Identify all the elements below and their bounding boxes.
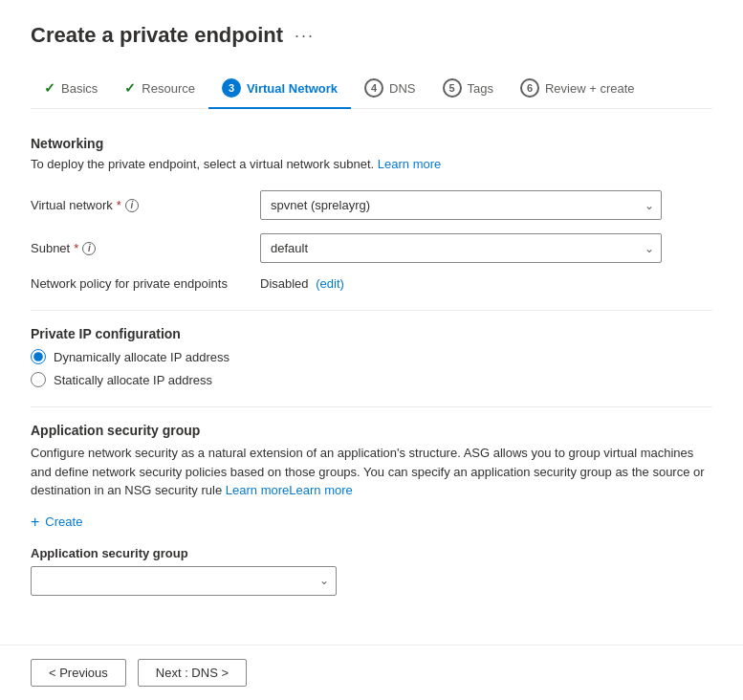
- ip-config-title: Private IP configuration: [31, 326, 712, 341]
- radio-dynamic-label: Dynamically allocate IP address: [54, 350, 229, 364]
- required-star-subnet: *: [74, 241, 78, 255]
- checkmark-icon: ✓: [44, 80, 55, 96]
- subnet-info-icon[interactable]: i: [82, 242, 96, 255]
- step-circle-6: 6: [520, 78, 539, 98]
- step-circle-3: 3: [222, 78, 241, 98]
- subnet-label: Subnet * i: [31, 241, 260, 255]
- step-dns-label: DNS: [389, 81, 415, 96]
- asg-group-label: Application security group: [31, 546, 712, 560]
- networking-section-desc: To deploy the private endpoint, select a…: [31, 157, 712, 171]
- checkmark-icon: ✓: [124, 80, 136, 96]
- step-tags[interactable]: 5 Tags: [429, 71, 507, 109]
- ip-config-section: Private IP configuration Dynamically all…: [31, 326, 712, 387]
- step-resource-label: Resource: [142, 81, 195, 96]
- step-basics[interactable]: ✓ Basics: [31, 73, 111, 107]
- divider-1: [31, 310, 712, 311]
- radio-dynamic-input[interactable]: [31, 349, 46, 364]
- asg-section: Application security group Configure net…: [31, 423, 712, 596]
- virtual-network-label: Virtual network * i: [31, 198, 260, 212]
- divider-2: [31, 406, 712, 407]
- radio-dynamic[interactable]: Dynamically allocate IP address: [31, 349, 712, 364]
- radio-static[interactable]: Statically allocate IP address: [31, 372, 712, 387]
- step-resource[interactable]: ✓ Resource: [111, 73, 208, 107]
- asg-learn-more-link2[interactable]: Learn more: [289, 483, 352, 497]
- step-tags-label: Tags: [468, 81, 493, 96]
- previous-button[interactable]: < Previous: [31, 659, 126, 687]
- wizard-steps: ✓ Basics ✓ Resource 3 Virtual Network 4 …: [31, 71, 712, 109]
- networking-section-title: Networking: [31, 136, 712, 151]
- subnet-dropdown[interactable]: default: [260, 233, 662, 263]
- subnet-row: Subnet * i default ⌄: [31, 233, 712, 263]
- step-circle-5: 5: [443, 78, 462, 98]
- virtual-network-info-icon[interactable]: i: [125, 199, 139, 212]
- network-policy-edit-link[interactable]: (edit): [316, 276, 344, 291]
- step-dns[interactable]: 4 DNS: [351, 71, 428, 109]
- network-policy-value: Disabled (edit): [260, 276, 344, 291]
- networking-learn-more-link[interactable]: Learn more: [378, 157, 441, 171]
- plus-icon: +: [31, 514, 39, 531]
- step-review-create[interactable]: 6 Review + create: [507, 71, 648, 109]
- asg-description: Configure network security as a natural …: [31, 444, 712, 500]
- step-basics-label: Basics: [61, 81, 98, 96]
- next-button[interactable]: Next : DNS >: [138, 659, 247, 687]
- network-policy-label: Network policy for private endpoints: [31, 276, 260, 291]
- step-virtual-network[interactable]: 3 Virtual Network: [208, 71, 351, 109]
- asg-learn-more-link[interactable]: Learn more: [226, 483, 289, 497]
- radio-static-label: Statically allocate IP address: [54, 373, 212, 387]
- step-virtual-network-label: Virtual Network: [247, 81, 338, 96]
- ip-config-radio-group: Dynamically allocate IP address Statical…: [31, 349, 712, 387]
- ellipsis-menu-button[interactable]: ···: [295, 26, 315, 46]
- step-circle-4: 4: [364, 78, 383, 98]
- radio-static-input[interactable]: [31, 372, 46, 387]
- virtual-network-dropdown[interactable]: spvnet (sprelayrg): [260, 190, 662, 220]
- asg-dropdown-wrapper: ⌄: [31, 566, 337, 596]
- virtual-network-row: Virtual network * i spvnet (sprelayrg) ⌄: [31, 190, 712, 220]
- subnet-dropdown-wrapper: default ⌄: [260, 233, 662, 263]
- asg-create-button[interactable]: + Create: [31, 514, 82, 531]
- step-review-create-label: Review + create: [545, 81, 635, 96]
- asg-dropdown[interactable]: [31, 566, 337, 596]
- virtual-network-dropdown-wrapper: spvnet (sprelayrg) ⌄: [260, 190, 662, 220]
- required-star: *: [117, 198, 121, 212]
- footer: < Previous Next : DNS >: [0, 645, 743, 700]
- network-policy-row: Network policy for private endpoints Dis…: [31, 276, 712, 291]
- asg-title: Application security group: [31, 423, 712, 438]
- page-title: Create a private endpoint: [31, 23, 283, 48]
